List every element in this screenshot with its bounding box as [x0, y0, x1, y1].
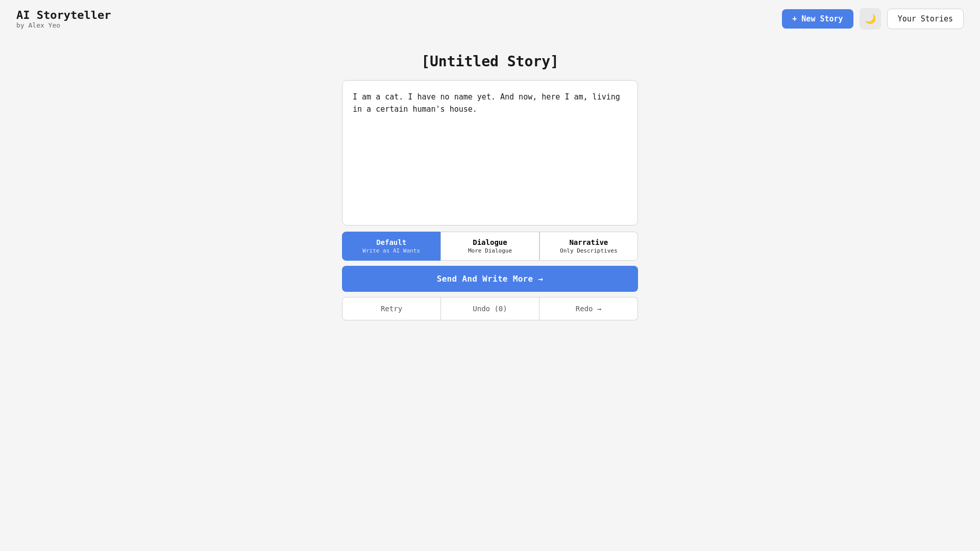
moon-icon: 🌙	[865, 13, 876, 24]
mode-dialogue-subtitle: More Dialogue	[468, 247, 512, 254]
story-editor[interactable]	[342, 80, 638, 226]
retry-button[interactable]: Retry	[342, 297, 441, 320]
dark-mode-button[interactable]: 🌙	[860, 8, 881, 30]
mode-default-subtitle: Write as AI Wants	[362, 247, 420, 254]
mode-narrative-button[interactable]: Narrative Only Descriptives	[540, 232, 638, 261]
mode-narrative-title: Narrative	[569, 238, 608, 246]
app-title: AI Storyteller	[16, 9, 111, 21]
action-buttons-row: Retry Undo (0) Redo →	[342, 297, 638, 320]
mode-dialogue-button[interactable]: Dialogue More Dialogue	[440, 232, 539, 261]
app-header: AI Storyteller by Alex Yeo + New Story 🌙…	[0, 0, 980, 38]
mode-default-button[interactable]: Default Write as AI Wants	[342, 232, 440, 261]
new-story-button[interactable]: + New Story	[782, 9, 853, 29]
app-branding: AI Storyteller by Alex Yeo	[16, 9, 111, 29]
header-actions: + New Story 🌙 Your Stories	[782, 8, 964, 30]
mode-narrative-subtitle: Only Descriptives	[560, 247, 618, 254]
your-stories-button[interactable]: Your Stories	[887, 9, 964, 29]
mode-dialogue-title: Dialogue	[473, 238, 507, 246]
story-title: [Untitled Story]	[421, 53, 559, 70]
mode-selector: Default Write as AI Wants Dialogue More …	[342, 232, 638, 261]
undo-button[interactable]: Undo (0)	[441, 297, 540, 320]
send-write-button[interactable]: Send And Write More →	[342, 266, 638, 292]
main-content: [Untitled Story] Default Write as AI Wan…	[0, 38, 980, 336]
app-subtitle: by Alex Yeo	[16, 21, 111, 29]
redo-button[interactable]: Redo →	[540, 297, 638, 320]
mode-default-title: Default	[376, 238, 406, 246]
